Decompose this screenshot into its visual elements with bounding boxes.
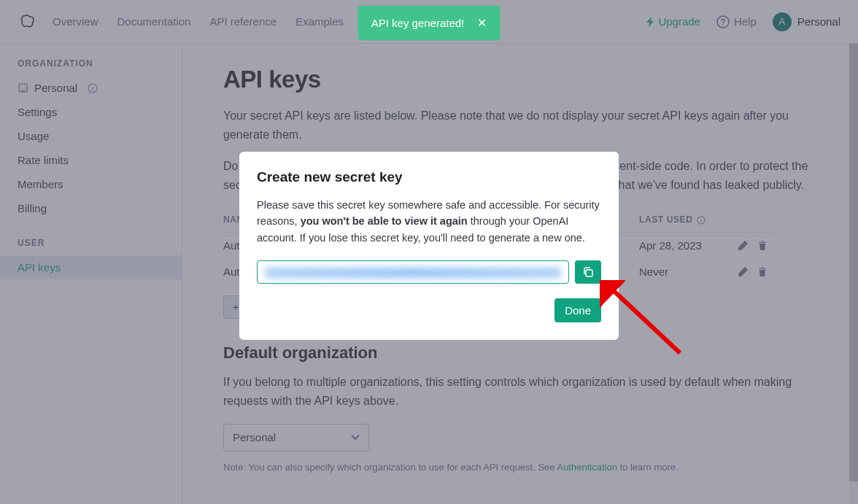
copy-button[interactable] xyxy=(575,260,601,284)
modal-title: Create new secret key xyxy=(257,169,601,185)
modal-actions: Done xyxy=(257,298,601,322)
svg-rect-5 xyxy=(586,270,592,276)
secret-key-field[interactable] xyxy=(257,260,569,284)
modal-text: Please save this secret key somewhere sa… xyxy=(257,197,601,246)
toast-close-icon[interactable]: ✕ xyxy=(477,16,487,30)
secret-key-blurred xyxy=(265,267,561,279)
create-key-modal: Create new secret key Please save this s… xyxy=(239,152,619,340)
toast-message: API key generated! xyxy=(371,17,465,29)
copy-icon xyxy=(582,266,594,278)
done-button[interactable]: Done xyxy=(554,298,601,322)
key-row xyxy=(257,260,601,284)
modal-text-bold: you won't be able to view it again xyxy=(301,215,468,227)
toast: API key generated! ✕ xyxy=(358,6,500,40)
